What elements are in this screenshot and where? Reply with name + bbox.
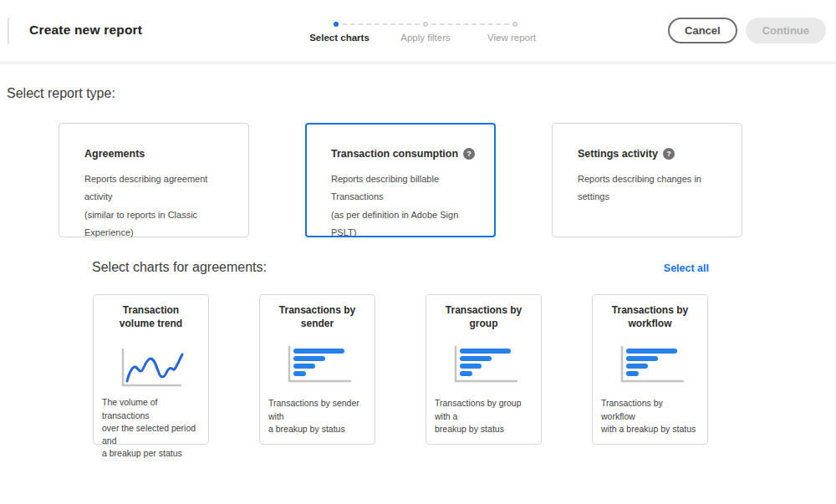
header-accent-divider — [8, 18, 9, 44]
report-card-description: Reports describing agreement activity (s… — [84, 171, 237, 242]
chart-card-description: Transactions by sender with a breakup by… — [260, 397, 375, 435]
report-card-title: Transaction consumption ? — [331, 148, 483, 160]
stepper-connector — [342, 23, 420, 25]
report-type-heading: Select report type: — [7, 86, 836, 101]
report-card-title-text: Agreements — [84, 148, 145, 160]
report-card-agreements[interactable]: Agreements Reports describing agreement … — [59, 123, 249, 237]
bar-chart-icon — [614, 344, 687, 387]
line-chart-icon — [115, 346, 188, 389]
bar-chart-icon — [281, 344, 354, 387]
report-card-title: Settings activity ? — [578, 148, 730, 160]
charts-heading-row: Select charts for agreements: Select all — [92, 260, 709, 275]
report-card-description: Reports describing changes in settings — [578, 171, 730, 206]
charts-section-heading: Select charts for agreements: — [92, 260, 267, 275]
stepper-connector — [431, 23, 509, 25]
select-all-link[interactable]: Select all — [664, 262, 709, 274]
report-card-transaction-consumption[interactable]: Transaction consumption ? Reports descri… — [305, 123, 496, 237]
chart-card-transactions-by-group[interactable]: Transactions by group Transactions by gr… — [426, 294, 542, 445]
chart-card-transactions-by-sender[interactable]: Transactions by sender Transactions by s… — [259, 294, 375, 445]
step-dot-apply-filters[interactable] — [423, 22, 428, 27]
step-dot-select-charts[interactable] — [334, 22, 339, 27]
report-type-cards: Agreements Reports describing agreement … — [59, 123, 836, 237]
report-card-title: Agreements — [84, 148, 237, 160]
chart-card-transaction-volume-trend[interactable]: Transaction volume trend The volume of t… — [93, 294, 209, 445]
chart-card-description: Transactions by workflow with a breakup … — [593, 397, 707, 435]
continue-button[interactable]: Continue — [746, 18, 826, 43]
help-icon[interactable]: ? — [463, 148, 475, 160]
header-buttons: Cancel Continue — [668, 18, 826, 43]
cancel-button[interactable]: Cancel — [668, 18, 737, 43]
header: Create new report Select charts Apply fi… — [0, 0, 836, 64]
report-card-description: Reports describing billable Transactions… — [331, 171, 483, 242]
chart-card-description: The volume of transactions over the sele… — [94, 396, 208, 460]
chart-card-title: Transactions by group — [446, 303, 522, 330]
chart-card-transactions-by-workflow[interactable]: Transactions by workflow Transactions by… — [592, 294, 708, 445]
page-title: Create new report — [29, 23, 142, 38]
step-label-select-charts[interactable]: Select charts — [309, 33, 370, 43]
report-card-title-text: Settings activity — [578, 148, 658, 160]
step-dot-view-report[interactable] — [512, 22, 517, 27]
help-icon[interactable]: ? — [663, 148, 675, 160]
bar-chart-icon — [447, 344, 521, 387]
chart-cards: Transaction volume trend The volume of t… — [93, 294, 836, 445]
chart-card-description: Transactions by group with a breakup by … — [426, 397, 541, 435]
report-card-title-text: Transaction consumption — [331, 148, 458, 160]
stepper-dots — [334, 22, 517, 27]
report-card-settings-activity[interactable]: Settings activity ? Reports describing c… — [552, 123, 742, 237]
chart-card-title: Transactions by sender — [279, 303, 355, 330]
stepper-labels: Select charts Apply filters View report — [334, 33, 517, 44]
step-label-apply-filters[interactable]: Apply filters — [400, 33, 450, 43]
wizard-stepper: Select charts Apply filters View report — [334, 22, 517, 44]
chart-card-title: Transaction volume trend — [120, 303, 182, 330]
step-label-view-report[interactable]: View report — [487, 33, 536, 43]
chart-card-title: Transactions by workflow — [612, 303, 688, 330]
